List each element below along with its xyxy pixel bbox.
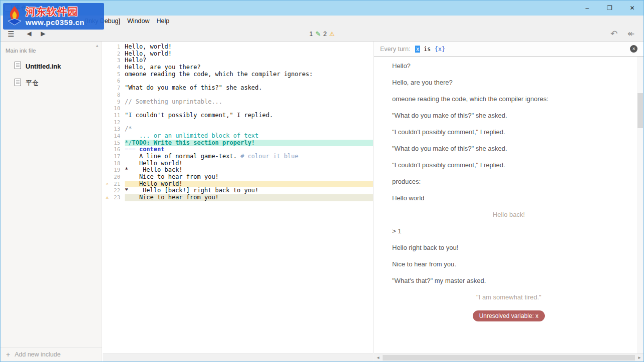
gutter-spacer [103, 187, 112, 194]
code-text: Hello world! [125, 160, 373, 167]
code-text [125, 105, 373, 112]
watermark-site-url: www.pc0359.cn [26, 18, 85, 27]
issue-summary[interactable]: 1 ✎ 2 ⚠ [309, 27, 335, 41]
line-number: 7 [112, 85, 125, 92]
code-line[interactable]: 22* Hello [back!] right back to you! [103, 187, 373, 194]
gutter-spacer [103, 85, 112, 92]
gutter-spacer [103, 64, 112, 71]
story-text-line: "What do you make of this?" she asked. [392, 145, 625, 152]
code-text: Hello, world! [125, 44, 373, 51]
every-turn-label: Every turn: [380, 46, 410, 53]
story-text-line: produces: [392, 178, 625, 185]
choice-link[interactable]: Hello back! [392, 211, 625, 218]
code-line[interactable]: 18 Hello world! [103, 160, 373, 167]
code-line[interactable]: 8 [103, 92, 373, 99]
file-name: 平仓 [26, 79, 39, 88]
choice-link[interactable]: "I am somewhat tired." [392, 294, 625, 300]
rewind-icon[interactable]: ↞ [624, 27, 637, 41]
gutter-spacer [103, 146, 112, 153]
code-text: Hello, are you there? [125, 64, 373, 71]
error-badge: Unresolved variable: x [473, 310, 545, 321]
code-line[interactable]: 19* Hello back! [103, 167, 373, 174]
line-number: 20 [112, 174, 125, 181]
code-line[interactable]: ⚠23 Nice to hear from you! [103, 194, 373, 201]
code-line[interactable]: 1Hello, world! [103, 44, 373, 51]
editor-hscrollbar[interactable] [103, 353, 373, 361]
code-line[interactable]: 17 A line of normal game-text. # colour … [103, 153, 373, 160]
sidebar: ▲ Main ink file Untitled.ink平仓 + Add new… [1, 42, 102, 361]
sidebar-item-item[interactable]: 平仓 [1, 75, 102, 92]
preview-scrollbar[interactable] [637, 57, 643, 353]
story-text-line: "What's that?" my master asked. [392, 277, 625, 284]
line-number: 19 [112, 167, 125, 174]
warning-count: 2 [324, 31, 327, 38]
story-text-line: Hello right back to you! [392, 244, 625, 251]
story-text-line: Hello? [392, 63, 625, 69]
gutter-spacer [103, 119, 112, 126]
code-line[interactable]: 9// Something unprintable... [103, 99, 373, 106]
line-number: 23 [112, 194, 125, 201]
close-expression-icon[interactable]: ✕ [630, 45, 637, 53]
preview-hscrollbar-thumb[interactable] [383, 355, 635, 360]
scroll-right-icon[interactable]: ► [635, 355, 643, 360]
code-line[interactable]: 20 Nice to hear from you! [103, 174, 373, 181]
minimize-button[interactable]: – [576, 1, 598, 16]
code-line[interactable]: 15*/TODO: Write this section properly! [103, 140, 373, 147]
gutter-spacer [103, 44, 112, 51]
code-line[interactable]: 3Hello? [103, 57, 373, 64]
code-text: // Something unprintable... [125, 99, 373, 106]
line-number: 16 [112, 146, 125, 153]
code-text: omeone reading the code, which the compi… [125, 71, 373, 78]
code-line[interactable]: 5omeone reading the code, which the comp… [103, 71, 373, 78]
preview-scrollbar-thumb[interactable] [637, 93, 643, 128]
code-line[interactable]: ⚠21 Hello world! [103, 181, 373, 188]
gutter-spacer [103, 99, 112, 106]
line-number: 3 [112, 57, 125, 64]
code-text: Nice to hear from you! [125, 174, 373, 181]
line-number: 14 [112, 133, 125, 140]
story-text-line: Hello world [392, 195, 625, 201]
every-turn-expression[interactable]: x is {x} [415, 46, 445, 53]
sidebar-item-untitled-ink[interactable]: Untitled.ink [1, 58, 102, 75]
code-text: Hello world! [125, 181, 373, 188]
line-number: 5 [112, 71, 125, 78]
gutter-spacer [103, 57, 112, 64]
gutter-spacer [103, 160, 112, 167]
undo-icon[interactable]: ↶ [607, 27, 620, 41]
code-text: */TODO: Write this section properly! [125, 140, 373, 147]
code-line[interactable]: 14 ... or an unlimited block of text [103, 133, 373, 140]
add-icon: + [6, 350, 10, 358]
code-line[interactable]: 10 [103, 105, 373, 112]
gutter-spacer [103, 174, 112, 181]
gutter-spacer [103, 133, 112, 140]
story-text-line: > 1 [392, 228, 625, 234]
every-turn-bar: Every turn: x is {x} ✕ [374, 42, 643, 57]
close-button[interactable]: ✕ [621, 1, 643, 16]
code-line[interactable]: 13/* [103, 126, 373, 133]
code-line[interactable]: 16=== content [103, 146, 373, 153]
gutter-spacer [103, 51, 112, 58]
code-text: A line of normal game-text. # colour it … [125, 153, 373, 160]
menu-item-help[interactable]: Help [153, 16, 173, 27]
code-line[interactable]: 6 [103, 78, 373, 85]
code-line[interactable]: 11"I couldn't possibly comment," I repli… [103, 112, 373, 119]
code-line[interactable]: 2Hello, world! [103, 51, 373, 58]
line-number: 17 [112, 153, 125, 160]
watermark-site-name: 河东软件园 [26, 6, 85, 18]
code-text [125, 92, 373, 99]
sidebar-scroll-up-icon[interactable]: ▲ [95, 44, 99, 48]
expression-text: is [420, 46, 435, 53]
code-line[interactable]: 4Hello, are you there? [103, 64, 373, 71]
code-line[interactable]: 7"What do you make of this?" she asked. [103, 85, 373, 92]
line-number: 9 [112, 99, 125, 106]
preview-hscrollbar[interactable]: ◄ ► [374, 353, 643, 361]
menu-item-window[interactable]: Window [124, 16, 153, 27]
code-editor[interactable]: 1Hello, world!2Hello, world!3Hello?4Hell… [103, 42, 373, 353]
story-preview-panel: Every turn: x is {x} ✕ Hello?Hello, are … [374, 42, 643, 353]
line-number: 1 [112, 44, 125, 51]
scroll-left-icon[interactable]: ◄ [374, 355, 382, 360]
maximize-button[interactable]: ❐ [598, 1, 621, 16]
add-include-button[interactable]: + Add new include [1, 347, 102, 361]
code-line[interactable]: 12 [103, 119, 373, 126]
code-text: ... or an unlimited block of text [125, 133, 373, 140]
